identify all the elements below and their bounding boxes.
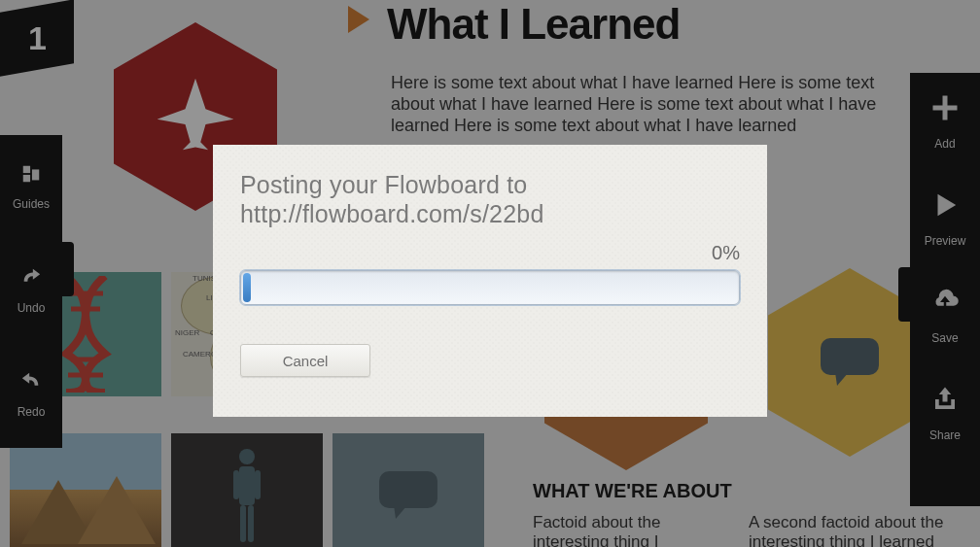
modal-title-line-1: Posting your Flowboard to xyxy=(240,171,527,198)
progress-fill xyxy=(243,273,251,302)
modal-title-line-2: http://flowboard.com/s/22bd xyxy=(240,200,544,227)
modal-title: Posting your Flowboard to http://flowboa… xyxy=(240,170,740,228)
upload-modal: Posting your Flowboard to http://flowboa… xyxy=(213,145,767,417)
upload-progress: 0% xyxy=(240,242,740,305)
cancel-button[interactable]: Cancel xyxy=(240,344,370,377)
progress-percent: 0% xyxy=(240,242,740,264)
progress-bar xyxy=(240,270,740,305)
